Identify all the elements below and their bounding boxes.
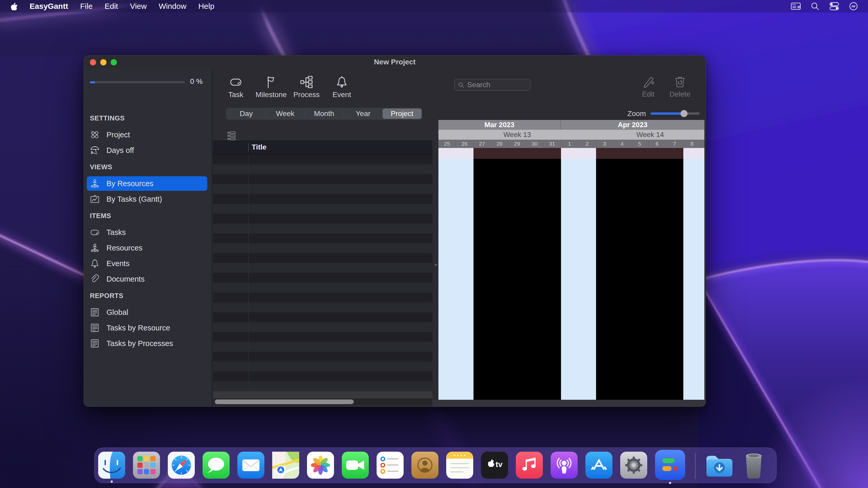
- zoom-button[interactable]: [111, 59, 117, 65]
- table-row[interactable]: [213, 194, 432, 204]
- toolbar-milestone-button[interactable]: Milestone: [253, 75, 289, 99]
- gantt-daysoff-band: [438, 148, 704, 159]
- dock-icon-launchpad[interactable]: [133, 452, 160, 479]
- sidebar-item-resources[interactable]: Resources: [87, 240, 207, 255]
- table-row[interactable]: [213, 293, 432, 302]
- zoom-slider[interactable]: [651, 112, 700, 115]
- column-separator: [248, 143, 249, 152]
- sidebar-item-documents[interactable]: Documents: [87, 272, 207, 286]
- sidebar-item-events[interactable]: Events: [87, 256, 207, 271]
- tab-week[interactable]: Week: [266, 108, 305, 119]
- apple-menu-icon[interactable]: [11, 2, 18, 10]
- table-row[interactable]: [213, 184, 432, 194]
- tab-day[interactable]: Day: [227, 108, 266, 119]
- table-row[interactable]: [213, 283, 432, 293]
- table-row[interactable]: [213, 302, 432, 312]
- dock-icon-finder[interactable]: [98, 452, 125, 479]
- toolbar-process-button[interactable]: Process: [289, 75, 324, 99]
- menu-bar-status: [790, 1, 859, 11]
- menu-view[interactable]: View: [130, 2, 147, 11]
- menu-file[interactable]: File: [80, 2, 92, 11]
- gantt-daysoff-cell: [631, 148, 648, 159]
- dock-icon-safari[interactable]: [168, 452, 195, 479]
- tab-year[interactable]: Year: [344, 108, 382, 119]
- gantt-daysoff-cell: [649, 148, 666, 159]
- dock-icon-appletv[interactable]: [481, 452, 508, 479]
- dock-icon-notes[interactable]: [446, 452, 473, 479]
- table-row[interactable]: [213, 342, 432, 352]
- dock: [94, 448, 777, 483]
- gantt-day-number: 31: [544, 140, 561, 148]
- table-header: Title: [213, 140, 432, 155]
- gantt-day-number: [701, 140, 704, 148]
- dock-icon-messages[interactable]: [203, 452, 229, 479]
- table-row[interactable]: [213, 352, 432, 362]
- dock-icon-music[interactable]: [516, 452, 543, 479]
- sidebar-item-by-resources[interactable]: By Resources: [87, 176, 207, 191]
- menu-help[interactable]: Help: [198, 2, 215, 11]
- control-center-icon[interactable]: [829, 1, 839, 11]
- dock-icon-photos[interactable]: [307, 452, 334, 479]
- table-rows: [213, 155, 432, 391]
- table-row[interactable]: [213, 263, 432, 273]
- table-row[interactable]: [213, 362, 432, 371]
- toolbar-delete-button[interactable]: Delete: [665, 75, 694, 98]
- dock-icon-settings[interactable]: [620, 452, 647, 479]
- toolbar-event-button[interactable]: Event: [324, 75, 360, 99]
- title-column-header[interactable]: Title: [252, 140, 267, 154]
- horizontal-scrollbar-thumb[interactable]: [215, 399, 354, 404]
- dock-icon-podcasts[interactable]: [551, 452, 578, 479]
- table-row[interactable]: [213, 322, 432, 332]
- minimize-button[interactable]: [100, 59, 106, 65]
- sidebar-item-project[interactable]: Project: [87, 127, 207, 142]
- dock-icon-easygantt[interactable]: [655, 450, 685, 480]
- table-row[interactable]: [213, 253, 432, 263]
- dock-icon-maps[interactable]: [272, 452, 299, 479]
- table-row[interactable]: [213, 312, 432, 322]
- close-button[interactable]: [90, 59, 96, 65]
- menu-edit[interactable]: Edit: [105, 2, 118, 11]
- dock-icon-reminders[interactable]: [377, 452, 404, 479]
- sidebar-item-tasks-by-processes[interactable]: Tasks by Processes: [87, 336, 207, 351]
- table-row[interactable]: [213, 224, 432, 233]
- sidebar-item-tasks[interactable]: Tasks: [87, 225, 207, 239]
- dock-icon-facetime[interactable]: [342, 452, 369, 479]
- table-row[interactable]: [213, 273, 432, 283]
- table-row[interactable]: [213, 204, 432, 214]
- table-row[interactable]: [213, 174, 432, 184]
- splitter-handle[interactable]: [435, 264, 437, 266]
- daysoff-icon: [90, 145, 100, 155]
- dock-icon-appstore[interactable]: [585, 452, 613, 479]
- menu-window[interactable]: Window: [159, 2, 186, 11]
- sidebar-item-tasks-by-resource[interactable]: Tasks by Resource: [87, 321, 207, 335]
- search-field[interactable]: Search: [454, 79, 531, 91]
- zoom-slider-knob[interactable]: [680, 110, 687, 117]
- dock-icon-downloads[interactable]: [705, 452, 733, 479]
- table-row[interactable]: [213, 214, 432, 224]
- table-row[interactable]: [213, 155, 432, 164]
- spotlight-search-icon[interactable]: [810, 1, 820, 11]
- toolbar-task-button[interactable]: Task: [218, 75, 253, 99]
- table-row[interactable]: [213, 164, 432, 174]
- table-row[interactable]: [213, 381, 432, 391]
- tab-month[interactable]: Month: [305, 108, 344, 119]
- table-row[interactable]: [213, 332, 432, 342]
- siri-icon[interactable]: [848, 1, 859, 11]
- menu-app-name[interactable]: EasyGantt: [30, 2, 68, 11]
- gantt-day-number: 28: [491, 140, 508, 148]
- horizontal-scrollbar[interactable]: [213, 398, 432, 405]
- dock-icon-contacts[interactable]: [411, 452, 438, 479]
- sidebar-item-days-off[interactable]: Days off: [87, 143, 207, 158]
- dock-icon-mail[interactable]: [238, 452, 265, 479]
- dock-icon-trash[interactable]: [740, 452, 767, 479]
- column-separator-line: [248, 155, 249, 391]
- tab-project[interactable]: Project: [382, 108, 422, 119]
- table-row[interactable]: [213, 243, 432, 253]
- table-row[interactable]: [213, 371, 432, 381]
- sidebar-item-global[interactable]: Global: [87, 305, 207, 320]
- grouped-list-icon[interactable]: [227, 131, 237, 141]
- toolbar-edit-button[interactable]: Edit: [634, 75, 663, 98]
- keyboard-switcher-icon[interactable]: [790, 1, 801, 11]
- table-row[interactable]: [213, 233, 432, 243]
- sidebar-item-by-tasks-gantt[interactable]: By Tasks (Gantt): [87, 192, 207, 206]
